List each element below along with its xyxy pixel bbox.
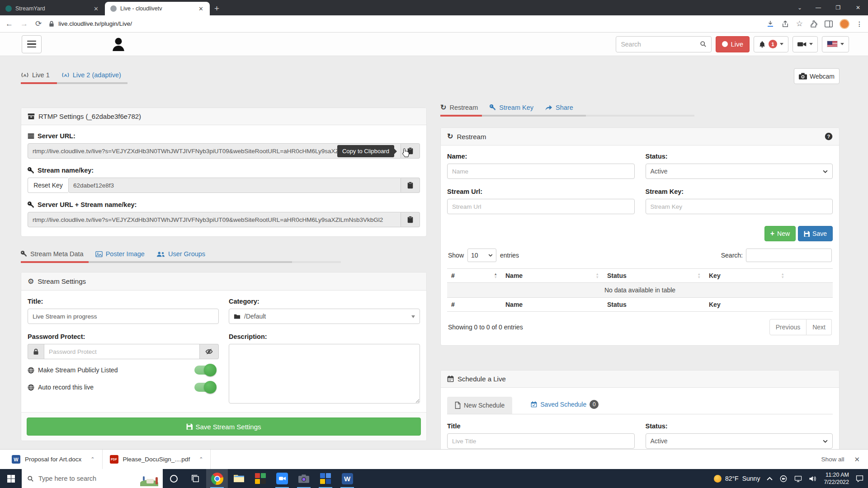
minimize-button[interactable]: —	[808, 0, 828, 15]
back-icon[interactable]: ←	[5, 20, 13, 28]
show-all-link[interactable]: Show all	[821, 456, 844, 463]
reset-key-button[interactable]: Reset Key	[28, 178, 68, 193]
restream-key-input[interactable]	[646, 199, 833, 214]
hamburger-menu-button[interactable]	[22, 35, 42, 53]
browser-tab-cloudlive[interactable]: Live - cloudlivetv ✕	[105, 2, 210, 15]
tab-stream-key[interactable]: Stream Key	[490, 104, 533, 111]
webcam-button[interactable]: Webcam	[794, 68, 840, 84]
col-status[interactable]: Status▲▼	[603, 269, 705, 283]
go-live-button[interactable]: Live	[716, 36, 750, 52]
tab-search-icon[interactable]: ⌄	[791, 5, 808, 11]
weather-widget[interactable]: 82°F Sunny	[714, 475, 760, 483]
forward-icon[interactable]: →	[20, 20, 28, 28]
network-icon[interactable]	[794, 475, 802, 482]
category-select[interactable]: /Default	[229, 309, 420, 324]
reload-icon[interactable]: ⟳	[35, 20, 42, 28]
previous-page-button[interactable]: Previous	[769, 319, 807, 335]
next-page-button[interactable]: Next	[807, 319, 832, 335]
downloads-icon[interactable]	[766, 20, 774, 28]
action-center-icon[interactable]	[856, 475, 863, 482]
taskbar-file-explorer[interactable]	[228, 469, 250, 488]
taskbar-camera[interactable]	[293, 469, 315, 488]
download-item-docx[interactable]: W Proposal for Art.docx ⌃	[5, 450, 103, 469]
tab-close-icon[interactable]: ✕	[92, 5, 100, 12]
tab-live-1[interactable]: A Live 1	[21, 71, 50, 79]
col-actions[interactable]	[788, 269, 833, 283]
side-panel-icon[interactable]	[825, 20, 833, 28]
taskbar-search[interactable]	[22, 469, 163, 488]
taskbar-collage-app[interactable]	[250, 469, 271, 488]
close-downloads-icon[interactable]: ✕	[854, 455, 860, 464]
tab-new-schedule[interactable]: New Schedule	[447, 397, 512, 414]
restream-name-input[interactable]	[447, 164, 635, 179]
profile-avatar[interactable]	[840, 19, 849, 29]
download-item-pdf[interactable]: PDF Please_DocuSign_....pdf ⌃	[103, 450, 211, 469]
taskbar-clock[interactable]: 11:20 AM 7/22/2022	[824, 471, 849, 486]
tab-user-groups[interactable]: User Groups	[156, 250, 205, 258]
meet-now-icon[interactable]	[779, 475, 788, 482]
chevron-down-icon	[809, 43, 813, 47]
broadcast-menu-button[interactable]	[793, 36, 818, 52]
tab-restream[interactable]: ↻ Restream	[440, 104, 478, 111]
help-icon[interactable]: ?	[825, 132, 833, 141]
taskbar-zoom[interactable]	[271, 469, 293, 488]
stream-key-input[interactable]	[68, 178, 401, 193]
user-avatar-icon[interactable]	[110, 36, 127, 52]
password-input[interactable]	[44, 344, 200, 359]
maximize-button[interactable]: ❐	[828, 0, 848, 15]
col-name[interactable]: Name▲▼	[501, 269, 603, 283]
tab-close-icon[interactable]: ✕	[197, 5, 205, 12]
extensions-icon[interactable]	[810, 20, 818, 28]
publicly-listed-toggle[interactable]	[194, 366, 215, 375]
new-tab-button[interactable]: +	[210, 4, 226, 15]
taskbar-blue-grid-app[interactable]	[315, 469, 336, 488]
browser-tab-streamyard[interactable]: StreamYard ✕	[0, 2, 105, 15]
restream-table: #▲▼ Name▲▼ Status▲▼ Key▲▼ No data availa…	[447, 268, 833, 312]
kebab-menu-icon[interactable]: ⋮	[856, 20, 863, 28]
page-size-select[interactable]: 10	[467, 249, 496, 262]
tab-live-2-adaptive[interactable]: A Live 2 (adaptive)	[61, 71, 121, 79]
new-restream-button[interactable]: + New	[764, 226, 796, 241]
address-bar[interactable]: live.cloudlive.tv/plugin/Live/	[49, 20, 759, 27]
restream-url-input[interactable]	[447, 199, 635, 214]
combined-url-input[interactable]	[28, 212, 401, 227]
chevron-up-icon[interactable]: ⌃	[90, 456, 94, 462]
language-button[interactable]	[822, 36, 849, 52]
live-title-input[interactable]	[447, 433, 635, 449]
copy-stream-key-button[interactable]	[401, 178, 420, 193]
header-search[interactable]	[616, 36, 712, 52]
description-textarea[interactable]	[229, 344, 420, 404]
show-password-button[interactable]	[200, 344, 219, 359]
taskbar-word[interactable]: W	[336, 469, 358, 488]
start-button[interactable]	[0, 469, 22, 488]
stream-title-input[interactable]	[28, 309, 219, 324]
chevron-up-icon[interactable]: ⌃	[199, 456, 203, 462]
header-search-input[interactable]	[621, 41, 696, 48]
download-filename: Please_DocuSign_....pdf	[123, 456, 190, 463]
share-icon[interactable]	[781, 20, 789, 28]
tab-poster-image[interactable]: Poster Image	[95, 250, 145, 258]
table-search-input[interactable]	[746, 249, 832, 262]
speaker-icon[interactable]	[809, 475, 817, 482]
close-button[interactable]: ✕	[848, 0, 868, 15]
title-label: Title:	[28, 298, 219, 305]
task-view-button[interactable]	[184, 469, 206, 488]
tab-share[interactable]: Share	[545, 104, 573, 111]
taskbar-chrome[interactable]	[206, 469, 228, 488]
tab-saved-schedule[interactable]: Saved Schedule 0	[523, 395, 606, 414]
save-restream-button[interactable]: Save	[798, 226, 833, 241]
schedule-status-select[interactable]: Active	[646, 433, 833, 449]
tab-stream-meta-data[interactable]: Stream Meta Data	[21, 250, 84, 258]
bookmark-star-icon[interactable]: ☆	[796, 19, 803, 28]
save-stream-settings-button[interactable]: Save Stream Settings	[27, 418, 421, 436]
col-key[interactable]: Key▲▼	[705, 269, 788, 283]
copy-combined-url-button[interactable]	[401, 212, 420, 227]
combined-url-label: Server URL + Stream name/key:	[28, 201, 420, 208]
tray-chevron-up-icon[interactable]	[767, 477, 773, 481]
cortana-button[interactable]	[163, 469, 184, 488]
auto-record-toggle[interactable]	[194, 383, 215, 392]
camera-app-icon	[298, 474, 309, 483]
col-number[interactable]: #▲▼	[447, 269, 501, 283]
notifications-button[interactable]: 1	[754, 36, 788, 52]
restream-status-select[interactable]: Active	[646, 164, 833, 179]
